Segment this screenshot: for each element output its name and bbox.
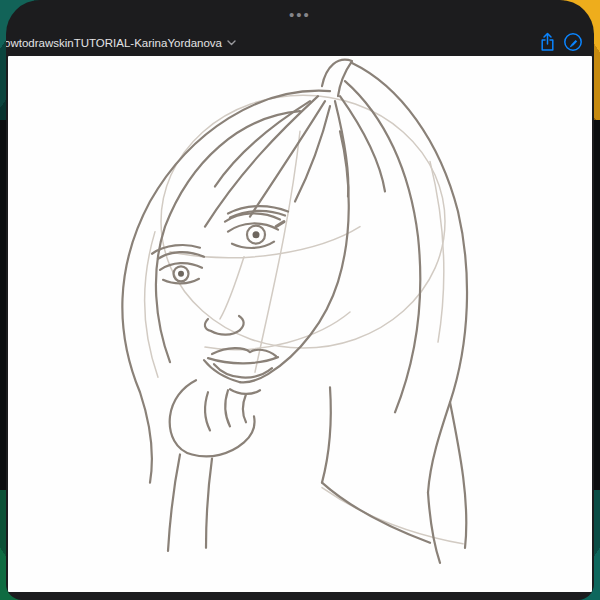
sketch-drawing [8, 56, 592, 592]
chevron-down-icon [227, 40, 236, 46]
document-title-menu[interactable]: owtodrawskinTUTORIAL-KarinaYordanova [6, 37, 236, 49]
drag-handle-dots: ••• [289, 7, 311, 22]
window-drag-handle[interactable]: ••• [6, 0, 594, 30]
share-icon [539, 32, 556, 55]
share-button[interactable] [534, 31, 560, 55]
title-bar: owtodrawskinTUTORIAL-KarinaYordanova [6, 30, 594, 56]
image-canvas[interactable] [8, 56, 592, 592]
preview-window: ••• owtodrawskinTUTORIAL-KarinaYordanova [6, 0, 594, 600]
markup-button[interactable] [560, 31, 586, 55]
document-title: owtodrawskinTUTORIAL-KarinaYordanova [6, 37, 222, 49]
markup-circle-icon [563, 32, 583, 55]
screenshot-root: ••• owtodrawskinTUTORIAL-KarinaYordanova [0, 0, 600, 600]
